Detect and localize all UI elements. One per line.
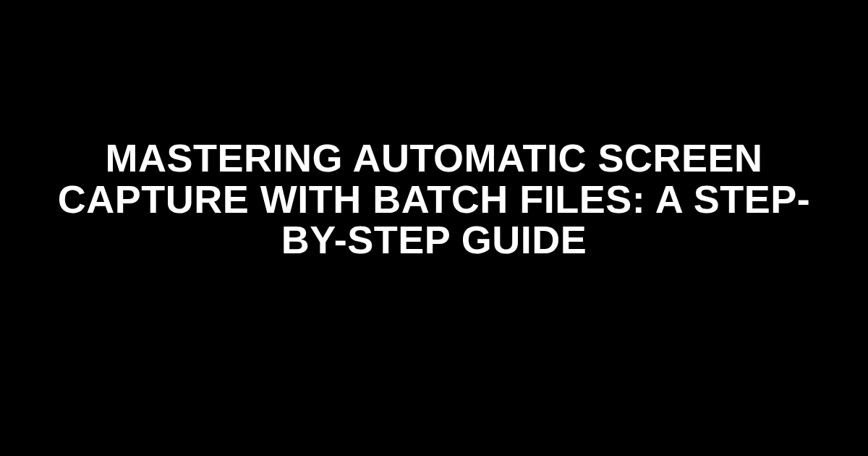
- page-title: Mastering Automatic Screen Capture with …: [43, 138, 825, 261]
- title-container: Mastering Automatic Screen Capture with …: [0, 138, 868, 261]
